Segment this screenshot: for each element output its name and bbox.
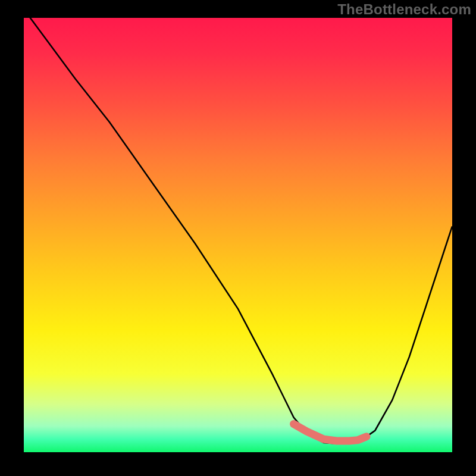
chart-plot-area xyxy=(24,18,452,452)
bottleneck-curve xyxy=(24,18,452,452)
chart-line xyxy=(24,18,452,443)
chart-frame: TheBottleneck.com xyxy=(0,0,476,476)
min-region-marker xyxy=(294,424,367,441)
watermark-text: TheBottleneck.com xyxy=(337,1,471,18)
